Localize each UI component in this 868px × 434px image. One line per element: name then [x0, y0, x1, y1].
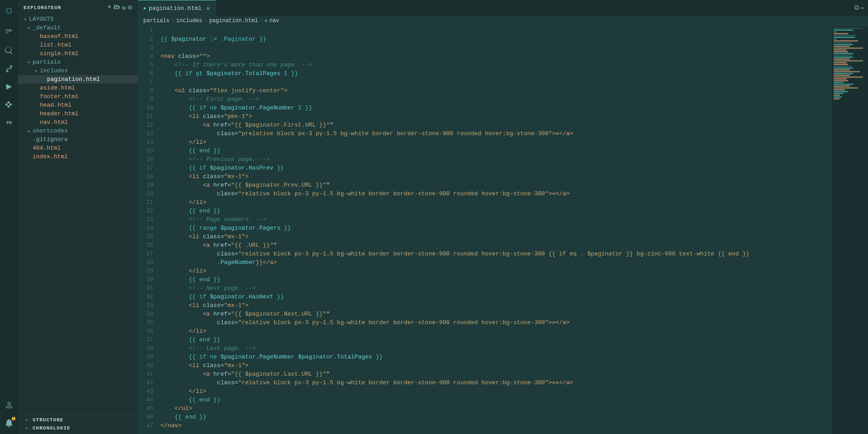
extensions-icon[interactable] [2, 98, 16, 112]
code-line-14: 14 </li> [138, 138, 832, 146]
code-line-10: 10 {{ if ne $paginator.PageNumber 1 }} [138, 104, 832, 112]
sidebar-item-gitignore[interactable]: .gitignore [18, 135, 138, 144]
code-line-35: 35 class="relative block px-3 py-1.5 bg-… [138, 318, 832, 327]
tab-bar: ◆ pagination.html ✕ ⧉ ⋯ [138, 0, 868, 16]
code-line-3: 3 [138, 43, 832, 52]
tab-close-icon[interactable]: ✕ [206, 5, 210, 12]
sidebar-item-list[interactable]: list.html [18, 41, 138, 49]
explorer-icon[interactable] [2, 25, 16, 40]
main-editor-area: ◆ pagination.html ✕ ⧉ ⋯ partials › inclu… [138, 0, 868, 434]
sidebar-item-default[interactable]: ▸ _default [18, 24, 138, 32]
code-line-40: 40 <li class="mx-1"> [138, 361, 832, 370]
code-line-26: 26 <a href="{{ .URL }}"" [138, 241, 832, 250]
notification-icon[interactable]: 1 [2, 416, 16, 430]
logo-icon[interactable]: ⬡ [2, 4, 16, 18]
activity-bar: ⬡ FM 1 [0, 0, 18, 434]
sidebar-item-baseof[interactable]: baseof.html [18, 32, 138, 41]
code-line-32: 32 {{ if $paginator.HasNext }} [138, 292, 832, 301]
minimap-content [832, 26, 868, 101]
code-line-15: 15 {{ end }} [138, 146, 832, 155]
person-icon[interactable] [2, 398, 16, 412]
code-line-19: 19 <a href="{{ $paginator.Prev.URL }}"" [138, 181, 832, 189]
code-line-7: 7 [138, 78, 832, 86]
search-icon[interactable] [2, 43, 16, 58]
code-line-37: 37 {{ end }} [138, 335, 832, 344]
minimap [832, 26, 868, 434]
refresh-icon[interactable]: ↻ [122, 4, 126, 11]
code-line-42: 42 class="relative block px-3 py-1.5 bg-… [138, 378, 832, 387]
code-line-20: 20 class="relative block px-3 py-1.5 bg-… [138, 189, 832, 198]
breadcrumb-file[interactable]: pagination.html [209, 18, 258, 24]
code-line-18: 18 <li class="mx-1"> [138, 172, 832, 181]
code-line-45: 45 </ul> [138, 404, 832, 413]
breadcrumb-partials[interactable]: partials [143, 18, 170, 24]
code-line-47: 47 </nav> [138, 421, 832, 430]
sidebar-item-nav[interactable]: nav.html [18, 118, 138, 127]
sidebar-bottom-panels: ▸ STRUCTURE ▸ CHRONOLOGIE [18, 414, 138, 434]
code-line-43: 43 </li> [138, 387, 832, 396]
code-line-16: 16 <!-- Previous page. --> [138, 155, 832, 164]
tab-bar-actions: ⧉ ⋯ [854, 4, 868, 12]
code-line-1: 1 [138, 26, 832, 35]
sidebar-item-structure[interactable]: ▸ STRUCTURE [18, 416, 138, 424]
code-line-46: 46 {{ end }} [138, 413, 832, 421]
code-line-17: 17 {{ if $paginator.HasPrev }} [138, 164, 832, 172]
sidebar-item-shortcodes[interactable]: ▸ shortcodes [18, 127, 138, 135]
code-line-44: 44 {{ end }} [138, 396, 832, 404]
code-line-34: 34 <a href="{{ $paginator.Next.URL }}"" [138, 310, 832, 318]
more-actions-icon[interactable]: ⋯ [861, 4, 864, 12]
code-line-29: 29 </li> [138, 267, 832, 275]
tab-label: pagination.html [149, 5, 202, 12]
code-line-8: 8 <ul class="flex justify-center"> [138, 86, 832, 95]
source-control-icon[interactable] [2, 61, 16, 76]
code-line-22: 22 {{ end }} [138, 207, 832, 215]
sidebar-item-layouts[interactable]: ▾ LAYOUTS [18, 15, 138, 24]
tab-dot-icon: ◆ [143, 5, 146, 11]
code-line-9: 9 <!-- First page. --> [138, 95, 832, 104]
sidebar-item-includes[interactable]: ▾ includes [18, 66, 138, 75]
code-line-12: 12 <a href="{{ $paginator.First.URL }}"" [138, 121, 832, 129]
code-line-6: 6 {{ if gt $paginator.TotalPages 1 }} [138, 69, 832, 78]
breadcrumb-nav[interactable]: ⊕ nav [265, 18, 279, 24]
editor-container: 1 2 {{ $paginator := .Paginator }} 3 4 <… [138, 26, 868, 434]
code-line-4: 4 <nav class=""> [138, 52, 832, 61]
code-line-28: 28 .PageNumber}}</a> [138, 258, 832, 267]
tab-pagination[interactable]: ◆ pagination.html ✕ [138, 0, 216, 16]
code-line-31: 31 <!-- Next page. --> [138, 284, 832, 292]
sidebar-item-header[interactable]: header.html [18, 109, 138, 118]
code-line-33: 33 <li class="mx-1"> [138, 301, 832, 310]
sidebar-item-404[interactable]: 404.html [18, 144, 138, 152]
fm-icon[interactable]: FM [2, 116, 16, 130]
sidebar: EXPLORATEUR + 🗁 ↻ ⊟ ▾ LAYOUTS ▸ _default… [18, 0, 138, 434]
breadcrumb-includes[interactable]: includes [176, 18, 203, 24]
breadcrumb: partials › includes › pagination.html › … [138, 16, 868, 26]
sidebar-item-pagination[interactable]: pagination.html [18, 75, 138, 84]
file-tree: ▾ LAYOUTS ▸ _default baseof.html list.ht… [18, 15, 138, 414]
sidebar-title: EXPLORATEUR [24, 5, 61, 10]
new-file-icon[interactable]: + [108, 4, 112, 11]
code-line-41: 41 <a href="{{ $paginator.Last.URL }}"" [138, 370, 832, 378]
sidebar-item-chronologie[interactable]: ▸ CHRONOLOGIE [18, 424, 138, 432]
code-line-23: 23 <!-- Page numbers. --> [138, 215, 832, 224]
code-line-24: 24 {{ range $paginator.Pagers }} [138, 224, 832, 232]
code-line-11: 11 <li class="pmx-1"> [138, 112, 832, 121]
collapse-icon[interactable]: ⊟ [128, 4, 132, 11]
new-folder-icon[interactable]: 🗁 [113, 4, 120, 11]
code-editor[interactable]: 1 2 {{ $paginator := .Paginator }} 3 4 <… [138, 26, 832, 434]
code-line-38: 38 <!-- Last page. --> [138, 344, 832, 353]
code-line-39: 39 {{ if ne $paginator.PageNumber $pagin… [138, 353, 832, 361]
code-line-13: 13 class="prelative block px-3 py-1.5 bg… [138, 129, 832, 138]
sidebar-item-partials[interactable]: ▾ partials [18, 58, 138, 66]
code-line-36: 36 </li> [138, 327, 832, 335]
run-icon[interactable] [2, 80, 16, 94]
code-line-25: 25 <li class="mx-1"> [138, 232, 832, 241]
sidebar-header: EXPLORATEUR + 🗁 ↻ ⊟ [18, 0, 138, 15]
sidebar-item-footer[interactable]: footer.html [18, 92, 138, 101]
code-line-21: 21 </li> [138, 198, 832, 207]
sidebar-item-index[interactable]: index.html [18, 152, 138, 161]
sidebar-item-single[interactable]: single.html [18, 49, 138, 58]
sidebar-item-aside[interactable]: aside.html [18, 84, 138, 92]
sidebar-item-head[interactable]: head.html [18, 101, 138, 109]
sidebar-header-actions: + 🗁 ↻ ⊟ [108, 4, 132, 11]
split-editor-icon[interactable]: ⧉ [854, 4, 859, 12]
